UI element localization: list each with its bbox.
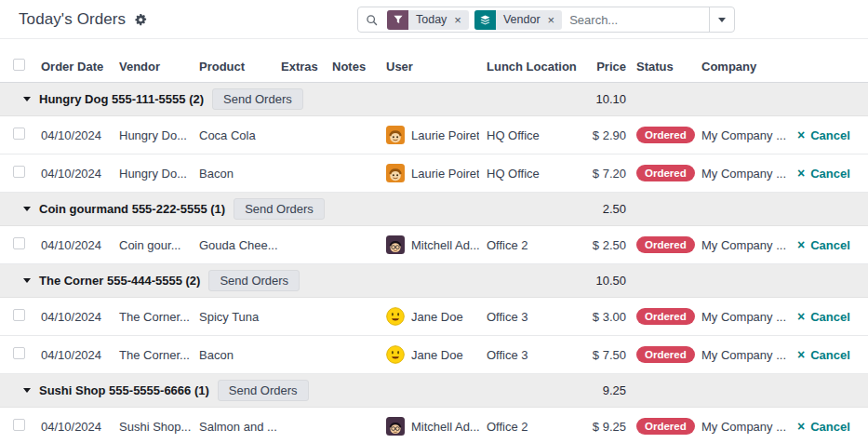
- col-price[interactable]: Price: [581, 51, 633, 83]
- col-company[interactable]: Company: [698, 51, 789, 83]
- cancel-x-icon: ×: [797, 129, 805, 141]
- status-badge: Ordered: [636, 346, 695, 363]
- extras-cell: [277, 336, 328, 374]
- filter-funnel-icon: [387, 10, 408, 30]
- price-cell: $ 7.20: [581, 154, 633, 193]
- row-checkbox[interactable]: [13, 166, 25, 178]
- col-product[interactable]: Product: [195, 51, 277, 83]
- group-collapse-caret-icon[interactable]: [23, 278, 31, 283]
- user-name: Laurie Poiret: [411, 128, 479, 142]
- product-cell: Bacon: [195, 154, 277, 193]
- select-all-checkbox-cell[interactable]: [0, 51, 37, 83]
- row-checkbox[interactable]: [13, 309, 25, 321]
- remove-filter-icon[interactable]: ×: [452, 10, 469, 30]
- order-row[interactable]: 04/10/2024 Sushi Shop... Salmon and ... …: [0, 408, 868, 443]
- group-label[interactable]: Hungry Dog 555-111-5555 (2): [39, 92, 204, 106]
- cancel-label: Cancel: [810, 167, 850, 181]
- user-name: Jane Doe: [411, 310, 463, 324]
- facet-label: Vendor: [496, 10, 546, 30]
- remove-groupby-icon[interactable]: ×: [546, 10, 563, 30]
- col-notes[interactable]: Notes: [328, 51, 382, 83]
- row-checkbox[interactable]: [13, 419, 25, 431]
- row-checkbox[interactable]: [13, 237, 25, 249]
- extras-cell: [277, 154, 328, 193]
- extras-cell: [277, 408, 328, 443]
- search-bar: Today × Vendor ×: [357, 7, 735, 33]
- col-vendor[interactable]: Vendor: [115, 51, 195, 83]
- price-cell: $ 7.50: [581, 336, 633, 374]
- cancel-button[interactable]: ×Cancel: [793, 128, 850, 142]
- cancel-x-icon: ×: [797, 421, 805, 433]
- search-input[interactable]: [562, 13, 709, 27]
- order-row[interactable]: 04/10/2024 The Corner... Spicy Tuna Jane…: [0, 298, 868, 336]
- product-cell: Salmon and ...: [195, 408, 277, 443]
- cancel-label: Cancel: [810, 420, 850, 434]
- control-panel: Today's Orders Today ×: [0, 0, 868, 39]
- select-all-checkbox[interactable]: [13, 59, 25, 71]
- cancel-button[interactable]: ×Cancel: [793, 238, 850, 252]
- group-label[interactable]: The Corner 555-444-5555 (2): [39, 274, 200, 288]
- company-cell: My Company ...: [698, 336, 789, 374]
- search-options-toggle[interactable]: [709, 7, 734, 32]
- price-cell: $ 3.00: [581, 298, 633, 336]
- page-title: Today's Orders: [19, 10, 126, 29]
- group-label[interactable]: Coin gourmand 555-222-5555 (1): [39, 202, 225, 216]
- row-checkbox[interactable]: [13, 347, 25, 359]
- status-badge: Ordered: [636, 236, 695, 253]
- laurie-avatar: [386, 126, 405, 144]
- groupby-facet-vendor[interactable]: Vendor ×: [474, 10, 562, 30]
- col-lunch-location[interactable]: Lunch Location: [483, 51, 581, 83]
- lunch-location-cell: Office 3: [483, 336, 581, 374]
- send-orders-button[interactable]: Send Orders: [208, 270, 300, 291]
- company-cell: My Company ...: [698, 408, 789, 443]
- filter-facet-today[interactable]: Today ×: [387, 10, 469, 30]
- order-row[interactable]: 04/10/2024 The Corner... Bacon Jane Doe …: [0, 336, 868, 374]
- send-orders-button[interactable]: Send Orders: [218, 380, 309, 401]
- col-user[interactable]: User: [382, 51, 483, 83]
- group-collapse-caret-icon[interactable]: [23, 207, 31, 211]
- send-orders-button[interactable]: Send Orders: [234, 198, 325, 220]
- company-cell: My Company ...: [698, 226, 789, 264]
- order-row[interactable]: 04/10/2024 Hungry Do... Coca Cola Laurie…: [0, 116, 868, 154]
- group-row[interactable]: Coin gourmand 555-222-5555 (1) Send Orde…: [0, 193, 868, 226]
- group-label[interactable]: Sushi Shop 555-5555-6666 (1): [39, 383, 209, 397]
- jane-avatar: [386, 345, 405, 364]
- vendor-cell: Coin gour...: [115, 226, 195, 264]
- cancel-label: Cancel: [810, 238, 850, 252]
- row-checkbox[interactable]: [13, 128, 25, 140]
- vendor-cell: Sushi Shop...: [115, 408, 195, 443]
- order-row[interactable]: 04/10/2024 Hungry Do... Bacon Laurie Poi…: [0, 154, 868, 193]
- group-row[interactable]: Hungry Dog 555-111-5555 (2) Send Orders …: [0, 83, 868, 116]
- status-badge: Ordered: [636, 165, 695, 181]
- product-cell: Spicy Tuna: [195, 298, 277, 336]
- vendor-cell: Hungry Do...: [115, 154, 195, 193]
- group-row[interactable]: The Corner 555-444-5555 (2) Send Orders …: [0, 264, 868, 298]
- cancel-button[interactable]: ×Cancel: [793, 310, 850, 324]
- send-orders-button[interactable]: Send Orders: [212, 88, 303, 110]
- lunch-location-cell: Office 2: [483, 408, 581, 443]
- notes-cell: [328, 408, 382, 443]
- user-name: Mitchell Ad...: [411, 238, 479, 252]
- group-collapse-caret-icon[interactable]: [23, 388, 31, 393]
- status-badge: Ordered: [636, 127, 695, 143]
- lunch-location-cell: Office 2: [483, 226, 581, 264]
- cancel-button[interactable]: ×Cancel: [793, 167, 850, 181]
- col-order-date[interactable]: Order Date: [37, 51, 115, 83]
- order-date-cell: 04/10/2024: [37, 408, 115, 443]
- group-subtotal: 2.50: [581, 193, 633, 226]
- group-collapse-caret-icon[interactable]: [23, 97, 31, 101]
- col-extras[interactable]: Extras: [277, 51, 328, 83]
- cancel-button[interactable]: ×Cancel: [793, 348, 850, 362]
- cancel-label: Cancel: [810, 128, 850, 142]
- group-row[interactable]: Sushi Shop 555-5555-6666 (1) Send Orders…: [0, 374, 868, 408]
- settings-gear-icon[interactable]: [134, 13, 147, 26]
- notes-cell: [328, 336, 382, 374]
- notes-cell: [328, 226, 382, 264]
- lunch-location-cell: Office 3: [483, 298, 581, 336]
- col-status[interactable]: Status: [633, 51, 698, 83]
- user-name: Mitchell Ad...: [411, 420, 479, 434]
- mitchell-avatar: [386, 417, 405, 436]
- cancel-button[interactable]: ×Cancel: [793, 420, 850, 434]
- search-icon: [366, 14, 378, 26]
- order-row[interactable]: 04/10/2024 Coin gour... Gouda Chee... Mi…: [0, 226, 868, 264]
